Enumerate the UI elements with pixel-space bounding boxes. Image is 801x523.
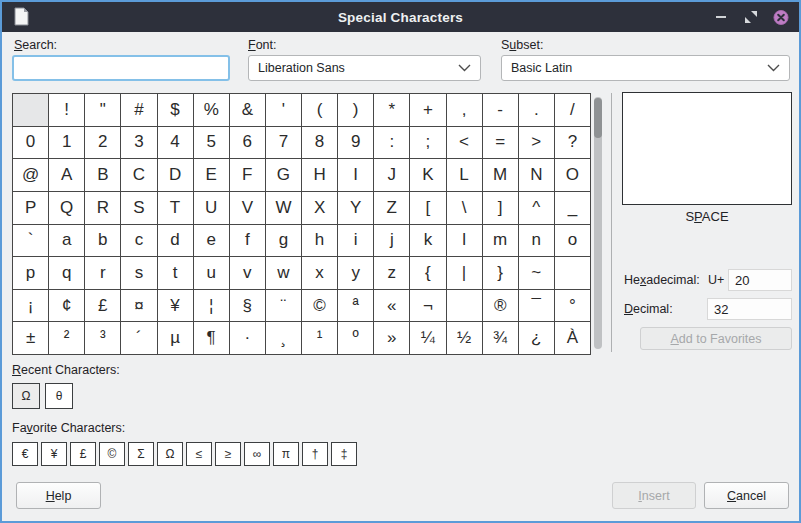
favorite-char-cell[interactable]: £ (70, 442, 96, 466)
char-cell[interactable]: f (230, 225, 266, 258)
char-cell[interactable]: x (302, 257, 338, 290)
char-cell[interactable]: / (555, 94, 591, 127)
char-cell[interactable]: \ (447, 192, 483, 225)
char-cell[interactable]: · (230, 322, 266, 355)
char-cell[interactable]: ½ (447, 322, 483, 355)
char-cell[interactable]: º (338, 322, 374, 355)
close-button[interactable] (773, 9, 789, 25)
char-cell[interactable]: ¤ (121, 290, 157, 323)
char-cell[interactable]: b (85, 225, 121, 258)
favorite-char-cell[interactable]: ‡ (331, 442, 357, 466)
char-cell[interactable]: ± (13, 322, 49, 355)
char-cell[interactable] (555, 257, 591, 290)
font-select[interactable]: Liberation Sans (248, 55, 481, 81)
char-cell[interactable]: e (194, 225, 230, 258)
char-cell[interactable]: 1 (49, 127, 85, 160)
char-cell[interactable]: ¯ (519, 290, 555, 323)
char-cell[interactable]: S (121, 192, 157, 225)
char-cell[interactable]: c (121, 225, 157, 258)
char-cell[interactable]: M (483, 159, 519, 192)
char-cell[interactable]: k (410, 225, 446, 258)
maximize-button[interactable] (743, 9, 759, 25)
char-cell[interactable]: A (49, 159, 85, 192)
char-cell[interactable]: > (519, 127, 555, 160)
char-cell[interactable]: U (194, 192, 230, 225)
hexadecimal-input[interactable] (728, 269, 792, 291)
char-cell[interactable]: R (85, 192, 121, 225)
char-cell[interactable]: ¾ (483, 322, 519, 355)
char-cell[interactable]: * (374, 94, 410, 127)
favorite-char-cell[interactable]: † (302, 442, 328, 466)
char-cell[interactable]: L (447, 159, 483, 192)
char-cell[interactable]: B (85, 159, 121, 192)
char-cell[interactable]: n (519, 225, 555, 258)
char-cell[interactable]: ' (266, 94, 302, 127)
char-cell[interactable]: } (483, 257, 519, 290)
recent-char-cell[interactable]: Ω (12, 383, 40, 409)
favorite-char-cell[interactable]: π (273, 442, 299, 466)
favorite-char-cell[interactable]: ∞ (244, 442, 270, 466)
char-cell[interactable]: j (374, 225, 410, 258)
char-cell[interactable]: ¬ (410, 290, 446, 323)
grid-scrollbar-thumb[interactable] (594, 98, 602, 138)
char-cell[interactable]: W (266, 192, 302, 225)
char-cell[interactable]: ª (338, 290, 374, 323)
char-cell[interactable]: µ (158, 322, 194, 355)
char-cell[interactable]: 9 (338, 127, 374, 160)
char-cell[interactable]: ; (410, 127, 446, 160)
decimal-input[interactable] (707, 298, 792, 320)
cancel-button[interactable]: Cancel (704, 482, 789, 509)
char-cell[interactable]: ¸ (266, 322, 302, 355)
char-cell[interactable]: 6 (230, 127, 266, 160)
char-cell[interactable]: C (121, 159, 157, 192)
char-cell[interactable]: m (483, 225, 519, 258)
char-cell[interactable]: v (230, 257, 266, 290)
char-cell[interactable]: ` (13, 225, 49, 258)
char-cell[interactable]: ( (302, 94, 338, 127)
char-cell[interactable]: y (338, 257, 374, 290)
char-cell[interactable]: K (410, 159, 446, 192)
char-cell[interactable]: 7 (266, 127, 302, 160)
char-cell[interactable]: Z (374, 192, 410, 225)
char-cell[interactable]: l (447, 225, 483, 258)
char-cell[interactable]: % (194, 94, 230, 127)
char-cell[interactable]: ? (555, 127, 591, 160)
char-cell[interactable]: g (266, 225, 302, 258)
char-cell[interactable]: ¨ (266, 290, 302, 323)
char-cell[interactable]: o (555, 225, 591, 258)
char-cell[interactable] (13, 94, 49, 127)
char-cell[interactable] (447, 290, 483, 323)
subset-select[interactable]: Basic Latin (501, 55, 790, 81)
insert-button[interactable]: Insert (612, 482, 696, 509)
char-cell[interactable]: F (230, 159, 266, 192)
char-cell[interactable]: : (374, 127, 410, 160)
char-cell[interactable]: 2 (85, 127, 121, 160)
char-cell[interactable]: ¹ (302, 322, 338, 355)
char-cell[interactable]: X (302, 192, 338, 225)
favorite-char-cell[interactable]: Ω (157, 442, 183, 466)
char-cell[interactable]: ´ (121, 322, 157, 355)
char-cell[interactable]: d (158, 225, 194, 258)
favorite-char-cell[interactable]: € (12, 442, 38, 466)
char-cell[interactable]: h (302, 225, 338, 258)
char-cell[interactable]: E (194, 159, 230, 192)
grid-scrollbar[interactable] (594, 97, 602, 349)
recent-char-cell[interactable]: θ (45, 383, 73, 409)
char-cell[interactable]: t (158, 257, 194, 290)
help-button[interactable]: Help (16, 482, 101, 509)
favorite-char-cell[interactable]: ≤ (186, 442, 212, 466)
char-cell[interactable]: + (410, 94, 446, 127)
char-cell[interactable]: ¿ (519, 322, 555, 355)
char-cell[interactable]: ° (555, 290, 591, 323)
char-cell[interactable]: 5 (194, 127, 230, 160)
char-cell[interactable]: V (230, 192, 266, 225)
char-cell[interactable]: z (374, 257, 410, 290)
char-cell[interactable]: . (519, 94, 555, 127)
char-cell[interactable]: r (85, 257, 121, 290)
minimize-button[interactable] (713, 9, 729, 25)
char-cell[interactable]: « (374, 290, 410, 323)
char-cell[interactable]: | (447, 257, 483, 290)
char-cell[interactable]: ¥ (158, 290, 194, 323)
char-cell[interactable]: 3 (121, 127, 157, 160)
char-cell[interactable]: D (158, 159, 194, 192)
